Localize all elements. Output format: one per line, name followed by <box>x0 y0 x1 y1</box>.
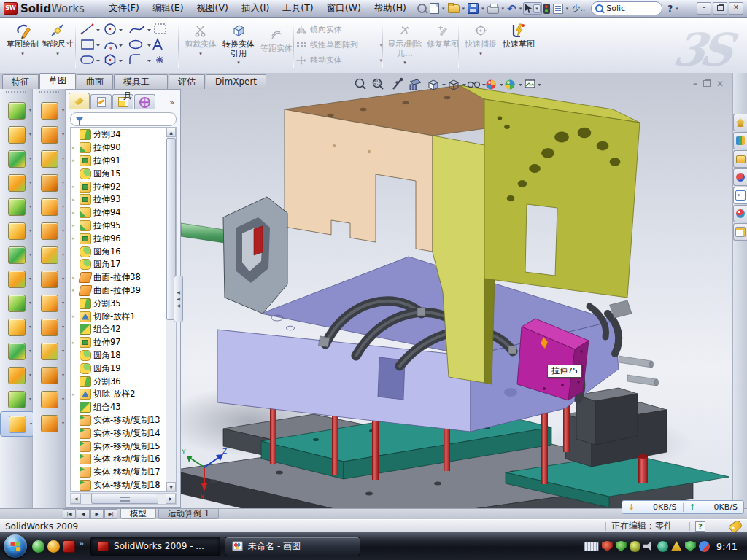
open-folder-icon[interactable] <box>446 2 461 15</box>
feature-tree-item[interactable]: ▸ 组合42 <box>71 323 166 336</box>
repair-sketch-button[interactable]: 修复草图 <box>425 20 461 50</box>
media-player-icon[interactable] <box>47 540 60 553</box>
flyout-arrow-icon[interactable]: ▾ <box>62 155 64 160</box>
home-icon[interactable] <box>733 114 747 131</box>
feature-tree-item[interactable]: ▸ 拉伸93 <box>71 193 166 206</box>
toolbar-feature-button[interactable]: ▾ <box>0 267 33 291</box>
options-list-icon[interactable] <box>551 2 565 15</box>
feature-tree-item[interactable]: ▸ 拉伸90 <box>71 141 166 155</box>
hide-show-items-icon[interactable] <box>468 82 480 88</box>
doc-close-button[interactable]: ✕ <box>716 79 724 88</box>
expand-arrow-icon[interactable]: ▸ <box>72 314 79 319</box>
options-dropdown[interactable]: ▾ <box>565 6 570 12</box>
point-tool-icon[interactable] <box>156 56 163 63</box>
flyout-arrow-icon[interactable]: ▾ <box>29 107 31 112</box>
support-block[interactable] <box>576 388 638 445</box>
display-style-icon[interactable] <box>449 80 458 90</box>
print-icon[interactable] <box>486 2 500 15</box>
volume-icon[interactable] <box>643 541 654 552</box>
feature-tree-item[interactable]: ▸ 切除-放样2 <box>71 388 166 401</box>
flyout-arrow-icon[interactable]: ▾ <box>29 252 31 257</box>
update-badge-icon[interactable] <box>630 541 640 552</box>
flyout-arrow-icon[interactable]: ▾ <box>62 420 64 425</box>
feature-tree-item[interactable]: ▸ 拉伸92 <box>71 180 166 193</box>
expand-arrow-icon[interactable]: ▸ <box>72 340 79 346</box>
flyout-arrow-icon[interactable]: ▾ <box>62 324 64 329</box>
feature-tree-item[interactable]: ▸ 圆角18 <box>71 349 166 362</box>
menu-item[interactable]: 视图(V) <box>190 1 235 16</box>
feature-tree-item[interactable]: ▸ 拉伸97 <box>71 336 166 349</box>
taskbar-clock[interactable]: 9:41 <box>716 541 738 552</box>
flyout-arrow-icon[interactable]: ▾ <box>29 300 31 305</box>
expand-arrow-icon[interactable]: ▸ <box>72 392 79 397</box>
flyout-arrow-icon[interactable]: ▾ <box>62 372 64 377</box>
toolbar-feature-button[interactable]: ▾ <box>0 195 33 219</box>
command-tab[interactable]: 模具工具 <box>114 74 168 89</box>
messenger-icon[interactable] <box>32 540 44 553</box>
sketch-fillet-tool-icon[interactable] <box>130 55 140 64</box>
search-box[interactable]: Solic <box>591 1 662 15</box>
magnify-icon[interactable] <box>393 79 403 90</box>
network-speed-widget[interactable]: ↓ 0KB/S ↑ 0KB/S <box>622 500 744 514</box>
restore-button[interactable] <box>713 2 727 15</box>
panel-chevron[interactable]: » <box>166 98 178 109</box>
doc-restore-button[interactable] <box>703 79 711 88</box>
view-settings-icon[interactable] <box>525 80 535 88</box>
appearances-icon[interactable] <box>487 80 496 90</box>
flyout-arrow-icon[interactable]: ▾ <box>62 107 64 112</box>
trim-entities-button[interactable]: 剪裁实体 ▾ <box>182 20 219 57</box>
expand-arrow-icon[interactable]: ▸ <box>72 222 79 228</box>
doc-minimize-button[interactable]: – <box>693 79 697 88</box>
sheet-nav-button[interactable]: ▶ <box>90 509 104 519</box>
expand-arrow-icon[interactable]: ▸ <box>72 275 79 281</box>
toolbar-feature-button[interactable]: ▾ <box>0 315 33 339</box>
toolbar-feature-button[interactable]: ▾ <box>33 243 66 267</box>
spline-tool-icon[interactable] <box>130 26 144 33</box>
feature-tree-item[interactable]: ▸ 组合43 <box>71 401 166 414</box>
feature-tree-item[interactable]: ▸ 曲面-拉伸38 <box>71 271 166 284</box>
menu-item[interactable]: 工具(T) <box>276 1 320 16</box>
feature-tree-item[interactable]: ▸ 拉伸95 <box>71 219 166 233</box>
network-status-icon[interactable] <box>699 541 710 552</box>
model-tab[interactable]: 运动算例 1 <box>158 509 219 519</box>
polygon-tool-icon[interactable] <box>106 55 115 65</box>
convert-dropdown[interactable]: ▾ <box>220 60 257 66</box>
new-dropdown[interactable]: ▾ <box>441 6 446 12</box>
display-delete-relations-button[interactable]: ° 显示/删除几... ▾ <box>387 20 423 66</box>
feature-tree-item[interactable]: ▸ 圆角19 <box>71 362 166 375</box>
new-document-icon[interactable] <box>428 2 441 15</box>
toolbar-feature-button[interactable]: ▾ <box>0 291 33 315</box>
toolbar-feature-button[interactable]: ▾ <box>33 98 66 122</box>
smart-dimension-dropdown[interactable]: ▾ <box>41 51 74 57</box>
convert-entities-button[interactable]: 转换实体引用 ▾ <box>220 20 257 66</box>
expand-arrow-icon[interactable]: ▸ <box>72 287 79 293</box>
flyout-arrow-icon[interactable]: ▾ <box>62 348 64 353</box>
command-tab[interactable]: 曲面 <box>77 74 113 89</box>
feature-tree-item[interactable]: ▸ 实体-移动/复制15 <box>71 440 166 453</box>
zoom-fit-icon[interactable] <box>356 79 366 90</box>
flyout-arrow-icon[interactable]: ▾ <box>29 372 31 377</box>
line-tool-icon[interactable] <box>81 24 94 35</box>
text-tool-icon[interactable] <box>153 39 162 50</box>
tag-icon[interactable] <box>728 519 743 534</box>
warning-icon[interactable] <box>671 541 682 552</box>
start-button[interactable] <box>4 534 27 558</box>
toolbox-icon[interactable] <box>733 168 747 186</box>
feature-tree-item[interactable]: ▸ 实体-移动/复制17 <box>71 466 166 479</box>
smart-dimension-button[interactable]: 智能尺寸 ▾ <box>41 20 74 57</box>
sync-icon[interactable] <box>657 541 668 552</box>
feature-tree-item[interactable]: ▸ 实体-移动/复制13 <box>71 414 166 427</box>
offset-entities-button[interactable]: 等距实体 <box>258 25 295 54</box>
flyout-arrow-icon[interactable]: ▾ <box>29 396 31 401</box>
quick-launch-chevron[interactable]: » <box>79 539 84 548</box>
flyout-arrow-icon[interactable]: ▾ <box>62 131 64 136</box>
menu-item[interactable]: 文件(F) <box>102 1 146 16</box>
propertymanager-tab[interactable] <box>90 94 112 109</box>
command-tab[interactable]: 特征 <box>2 74 39 89</box>
keyboard-icon[interactable] <box>584 542 599 551</box>
rebuild-traffic-light-icon[interactable] <box>542 2 551 15</box>
feature-tree-item[interactable]: ▸ 拉伸96 <box>71 232 166 245</box>
linear-sketch-pattern-button[interactable]: 线性草图阵列 ▾ <box>296 37 382 52</box>
flyout-arrow-icon[interactable]: ▾ <box>62 228 64 233</box>
feature-tree-item[interactable]: ▸ 切除-放样1 <box>71 310 166 323</box>
